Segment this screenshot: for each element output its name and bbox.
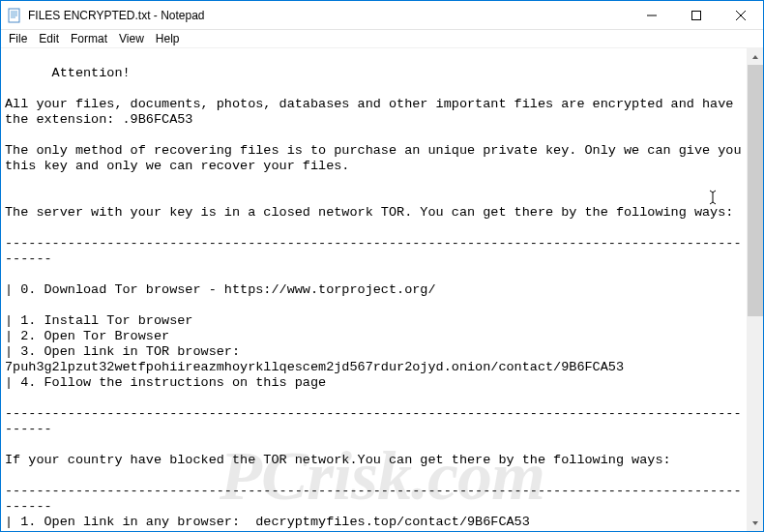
title-left: FILES ENCRYPTED.txt - Notepad [1,8,630,23]
scroll-up-button[interactable] [748,48,763,65]
scroll-thumb[interactable] [748,65,763,316]
menu-bar: File Edit Format View Help [1,30,763,48]
scroll-track[interactable] [748,65,763,515]
menu-help[interactable]: Help [150,31,186,46]
close-button[interactable] [719,1,763,29]
document-text: Attention! All your files, documents, ph… [5,66,747,531]
maximize-button[interactable] [674,1,719,29]
scroll-down-button[interactable] [748,515,763,531]
notepad-icon [7,8,22,23]
content-area: Attention! All your files, documents, ph… [1,48,763,531]
minimize-button[interactable] [630,1,674,29]
menu-file[interactable]: File [3,31,33,46]
menu-format[interactable]: Format [65,31,113,46]
menu-view[interactable]: View [113,31,150,46]
vertical-scrollbar[interactable] [747,48,763,531]
svg-rect-6 [692,11,701,19]
text-cursor-icon [708,159,718,174]
title-bar: FILES ENCRYPTED.txt - Notepad [1,1,763,30]
notepad-window: FILES ENCRYPTED.txt - Notepad File Edit … [0,0,764,532]
window-title: FILES ENCRYPTED.txt - Notepad [28,9,205,22]
menu-edit[interactable]: Edit [33,31,65,46]
window-controls [630,1,763,29]
text-editor[interactable]: Attention! All your files, documents, ph… [1,48,747,531]
